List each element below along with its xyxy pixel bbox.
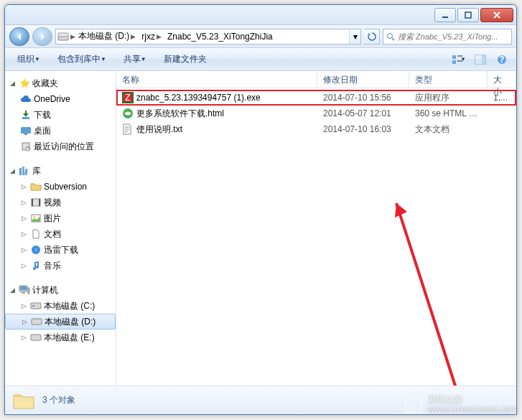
body: ◢⭐收藏夹 OneDrive 下载 桌面 最近访问的位置 ◢库 ▷Subvers… bbox=[5, 71, 516, 386]
sidebar-documents[interactable]: ▷文档 bbox=[5, 226, 116, 242]
toolbar: 组织 ▼ 包含到库中 ▼ 共享 ▼ 新建文件夹 ▼ ? bbox=[5, 48, 516, 71]
breadcrumb-folder-1[interactable]: rjxz ▶ bbox=[139, 29, 164, 44]
file-list[interactable]: Zznabc_5.23.1393494757 (1).exe 2014-07-1… bbox=[116, 88, 516, 386]
titlebar bbox=[5, 5, 516, 25]
svg-rect-0 bbox=[442, 17, 448, 18]
content-pane: 名称 修改日期 类型 大小 Zznabc_5.23.1393494757 (1)… bbox=[116, 71, 516, 386]
svg-point-25 bbox=[34, 216, 36, 218]
search-input[interactable] bbox=[398, 32, 508, 41]
cloud-icon bbox=[19, 93, 32, 105]
svg-rect-14 bbox=[21, 127, 31, 134]
include-library-button[interactable]: 包含到库中 ▼ bbox=[51, 50, 113, 68]
sidebar-onedrive[interactable]: OneDrive bbox=[5, 91, 116, 107]
sidebar-music[interactable]: ▷音乐 bbox=[5, 258, 116, 274]
svg-rect-1 bbox=[465, 12, 471, 18]
svg-rect-33 bbox=[32, 319, 42, 325]
sidebar-libraries[interactable]: ◢库 bbox=[5, 163, 116, 179]
close-button[interactable] bbox=[480, 8, 513, 22]
maximize-button[interactable] bbox=[457, 8, 479, 22]
svg-rect-29 bbox=[22, 292, 25, 294]
back-button[interactable] bbox=[9, 27, 29, 46]
file-name: znabc_5.23.1393494757 (1).exe bbox=[136, 93, 261, 103]
sidebar[interactable]: ◢⭐收藏夹 OneDrive 下载 桌面 最近访问的位置 ◢库 ▷Subvers… bbox=[5, 71, 116, 386]
sidebar-downloads[interactable]: 下载 bbox=[5, 107, 116, 123]
folder-icon bbox=[29, 181, 42, 192]
view-button[interactable]: ▼ bbox=[450, 51, 467, 68]
document-icon bbox=[29, 228, 42, 240]
svg-rect-5 bbox=[452, 55, 456, 59]
sidebar-videos[interactable]: ▷视频 bbox=[5, 195, 116, 210]
svg-text:Z: Z bbox=[125, 93, 130, 103]
search-icon bbox=[386, 32, 395, 41]
sidebar-computer[interactable]: ◢计算机 bbox=[5, 282, 116, 298]
help-button[interactable]: ? bbox=[493, 51, 511, 68]
sidebar-recent[interactable]: 最近访问的位置 bbox=[5, 139, 116, 154]
desktop-icon bbox=[19, 125, 32, 136]
svg-rect-19 bbox=[22, 167, 24, 175]
annotation-arrow bbox=[353, 196, 497, 386]
preview-pane-button[interactable] bbox=[472, 51, 489, 68]
chevron-right-icon: ▶ bbox=[70, 33, 75, 40]
refresh-button[interactable] bbox=[364, 29, 380, 45]
organize-button[interactable]: 组织 ▼ bbox=[11, 50, 47, 68]
search-box[interactable] bbox=[383, 29, 512, 45]
sidebar-drive-d[interactable]: ▷本地磁盘 (D:) bbox=[5, 314, 116, 330]
drive-icon bbox=[30, 316, 43, 327]
sidebar-drive-c[interactable]: ▷本地磁盘 (C:) bbox=[5, 298, 116, 314]
column-type[interactable]: 类型 bbox=[409, 71, 488, 88]
column-name[interactable]: 名称 bbox=[116, 71, 317, 88]
status-count: 3 个对象 bbox=[42, 394, 75, 406]
breadcrumb-folder-2[interactable]: Znabc_V5.23_XiTongZhiJia bbox=[164, 29, 276, 44]
sidebar-subversion[interactable]: ▷Subversion bbox=[5, 179, 116, 195]
svg-rect-32 bbox=[32, 305, 34, 307]
music-icon bbox=[29, 260, 42, 271]
download-icon bbox=[19, 109, 32, 121]
star-icon: ⭐ bbox=[18, 78, 31, 89]
column-date[interactable]: 修改日期 bbox=[317, 71, 409, 88]
exe-icon: Z bbox=[122, 92, 134, 103]
sidebar-pictures[interactable]: ▷图片 bbox=[5, 210, 116, 226]
svg-text:?: ? bbox=[499, 55, 504, 65]
file-date: 2014-07-10 16:03 bbox=[317, 124, 409, 134]
file-date: 2014-05-07 12:01 bbox=[317, 108, 409, 118]
svg-rect-3 bbox=[58, 33, 68, 37]
breadcrumb-dropdown[interactable]: ▾ bbox=[349, 29, 360, 45]
svg-rect-34 bbox=[31, 335, 41, 340]
breadcrumb-drive[interactable]: 本地磁盘 (D:) ▶ bbox=[75, 29, 139, 44]
xunlei-icon bbox=[29, 244, 42, 256]
library-icon bbox=[18, 165, 31, 177]
navbar: ▶ 本地磁盘 (D:) ▶ rjxz ▶ Znabc_V5.23_XiTongZ… bbox=[5, 25, 516, 48]
drive-icon bbox=[56, 32, 70, 42]
folder-icon bbox=[12, 391, 35, 411]
share-button[interactable]: 共享 ▼ bbox=[117, 50, 153, 68]
html-icon bbox=[122, 108, 134, 119]
file-type: 应用程序 bbox=[409, 92, 488, 104]
svg-rect-15 bbox=[24, 134, 27, 135]
file-type: 360 se HTML Do... bbox=[409, 108, 488, 118]
svg-point-4 bbox=[388, 33, 393, 38]
svg-point-26 bbox=[32, 246, 40, 254]
recent-icon bbox=[19, 141, 32, 152]
column-size[interactable]: 大小 bbox=[488, 71, 516, 88]
svg-rect-18 bbox=[19, 168, 22, 175]
watermark: 系统之家 WWW.XITONGZHIJIA.NET bbox=[404, 394, 516, 414]
file-row[interactable]: 更多系统软件下载.html 2014-05-07 12:01 360 se HT… bbox=[116, 106, 516, 121]
new-folder-button[interactable]: 新建文件夹 bbox=[157, 50, 213, 68]
picture-icon bbox=[29, 213, 42, 224]
svg-rect-28 bbox=[20, 286, 27, 290]
file-size: 1,... bbox=[488, 93, 516, 103]
file-type: 文本文档 bbox=[409, 123, 488, 136]
file-date: 2014-07-10 15:56 bbox=[317, 93, 409, 103]
sidebar-drive-e[interactable]: ▷本地磁盘 (E:) bbox=[5, 330, 116, 345]
minimize-button[interactable] bbox=[434, 8, 456, 22]
video-icon bbox=[29, 197, 42, 208]
svg-rect-10 bbox=[482, 55, 485, 64]
drive-icon bbox=[29, 300, 42, 312]
breadcrumb[interactable]: ▶ 本地磁盘 (D:) ▶ rjxz ▶ Znabc_V5.23_XiTongZ… bbox=[55, 29, 361, 45]
sidebar-favorites[interactable]: ◢⭐收藏夹 bbox=[5, 75, 116, 91]
sidebar-xunlei[interactable]: ▷迅雷下载 bbox=[5, 242, 116, 258]
sidebar-desktop[interactable]: 桌面 bbox=[5, 123, 116, 139]
file-row[interactable]: 使用说明.txt 2014-07-10 16:03 文本文档 bbox=[116, 121, 516, 137]
file-row[interactable]: Zznabc_5.23.1393494757 (1).exe 2014-07-1… bbox=[116, 90, 516, 106]
forward-button[interactable] bbox=[32, 27, 52, 46]
